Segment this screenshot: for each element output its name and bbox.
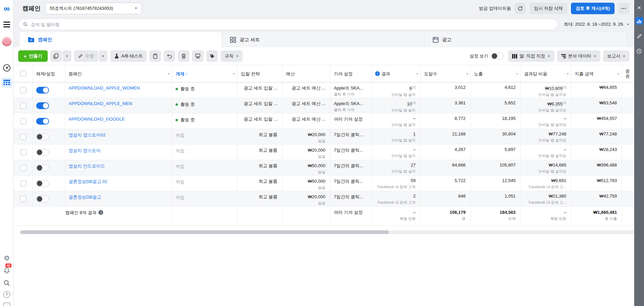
refresh-button[interactable] bbox=[514, 3, 526, 14]
publish-button[interactable]: 검토 후 게시(4개) bbox=[571, 3, 615, 14]
campaign-link[interactable]: APPDOWNLOAD_APPLE_MEN bbox=[69, 101, 169, 106]
duplicate-caret-button[interactable]: ▼ bbox=[63, 50, 71, 62]
delivery-status-text: 꺼짐 bbox=[176, 195, 184, 200]
campaign-toggle[interactable] bbox=[36, 196, 49, 202]
tag-button[interactable] bbox=[206, 50, 218, 62]
rules-button[interactable]: 규칙 ▼ bbox=[221, 50, 243, 62]
tab-campaigns[interactable]: 캠페인 bbox=[20, 32, 222, 47]
campaigns-table-icon[interactable] bbox=[0, 77, 14, 88]
row-checkbox[interactable] bbox=[20, 180, 26, 186]
view-settings-toggle[interactable] bbox=[491, 53, 504, 59]
row-checkbox[interactable] bbox=[20, 134, 26, 140]
column-header[interactable]: 예산 bbox=[282, 65, 330, 82]
campaign-toggle[interactable] bbox=[36, 180, 49, 187]
column-header[interactable]: 노출▼ bbox=[471, 65, 521, 82]
meta-logo-icon[interactable]: ∞ bbox=[0, 3, 14, 14]
column-header[interactable]: 지출 금액▼ bbox=[571, 65, 622, 82]
column-header[interactable]: 기여 설정 bbox=[330, 65, 372, 82]
settings-gear-icon[interactable]: ⚙ bbox=[0, 253, 14, 263]
row-checkbox[interactable] bbox=[20, 118, 26, 124]
history-clock-icon[interactable] bbox=[634, 47, 644, 55]
campaign-link[interactable]: 결혼정보DB광고 bbox=[69, 194, 169, 200]
row-checkbox[interactable] bbox=[20, 165, 26, 171]
ab-test-button[interactable]: A/B 테스트 bbox=[110, 50, 147, 62]
right-sidebar: ✕ bbox=[634, 0, 644, 306]
row-checkbox[interactable] bbox=[20, 196, 26, 202]
results-value[interactable]: 1 bbox=[413, 131, 415, 137]
results-value[interactable]: 6 bbox=[409, 86, 412, 91]
column-header[interactable]: 결과당 비용▼ bbox=[521, 65, 571, 82]
impressions-value: 1,051 bbox=[505, 194, 516, 199]
breakdown-button[interactable]: 분석 데이터 ▼ bbox=[557, 50, 601, 62]
cost-per-result-value[interactable]: ₩8,355 bbox=[547, 101, 562, 107]
column-header[interactable]: 입찰 전략 bbox=[237, 65, 282, 82]
reports-button[interactable]: 보고서 ▼ bbox=[603, 50, 629, 62]
campaign-link[interactable]: 결혼정보DB광고 02 bbox=[69, 179, 169, 185]
row-checkbox[interactable] bbox=[20, 103, 26, 109]
campaign-link[interactable]: 앱설치 안드로이드 bbox=[69, 163, 169, 169]
campaign-toggle[interactable] bbox=[36, 118, 49, 125]
results-value[interactable]: 27 bbox=[411, 162, 415, 168]
budget-cell: 광고 세트 예산 ... bbox=[282, 113, 330, 129]
campaign-link[interactable]: APPDOWNLOAD_APPLE_WOMEN bbox=[69, 85, 169, 91]
campaign-link[interactable]: APPDOWNLOAD_GOOGLE bbox=[69, 117, 169, 122]
column-header[interactable]: 종료 bbox=[622, 65, 634, 82]
sidebar-search-icon[interactable] bbox=[0, 278, 14, 288]
horizontal-scrollbar[interactable] bbox=[20, 230, 634, 234]
widgets-icon[interactable] bbox=[0, 302, 14, 306]
edit-pencil-icon[interactable] bbox=[634, 32, 644, 40]
campaign-link[interactable]: 앱설치 앱스토어02 bbox=[69, 132, 169, 138]
campaign-toggle[interactable] bbox=[36, 149, 49, 156]
campaign-toggle[interactable] bbox=[36, 164, 49, 171]
delete-button[interactable] bbox=[178, 50, 189, 62]
duplicate-button[interactable] bbox=[50, 50, 62, 62]
column-header-label: 게재 ↑ bbox=[176, 71, 188, 76]
close-icon[interactable]: ✕ bbox=[634, 4, 644, 11]
export-button[interactable] bbox=[192, 50, 204, 62]
date-range-selector[interactable]: 최대: 2022. 8. 18.~2022. 9. 29. ▼ bbox=[564, 21, 629, 27]
impressions-value: 30,804 bbox=[502, 131, 516, 136]
row-checkbox[interactable] bbox=[20, 87, 26, 93]
columns-button[interactable]: 열: 직접 지정 ▼ bbox=[508, 50, 554, 62]
tag-icon bbox=[210, 54, 215, 59]
cost-per-result-value: – bbox=[564, 147, 566, 152]
delivery-cell: 활동 중 bbox=[172, 82, 237, 98]
campaign-toggle[interactable] bbox=[36, 133, 49, 140]
account-selector[interactable]: 55조엑시트 (761674578243053) ▼ bbox=[45, 3, 142, 14]
charts-icon[interactable] bbox=[634, 17, 644, 25]
cost-per-result-value[interactable]: ₩10,809 bbox=[545, 86, 562, 91]
cost-per-result-sub: Facebook 내 잠재 고... bbox=[524, 200, 566, 205]
ads-manager-gauge-icon[interactable] bbox=[0, 63, 14, 73]
cost-per-result: ₩14,685모바일 앱 설치당 bbox=[521, 160, 571, 175]
column-header[interactable]: 게재 ↑▼ bbox=[172, 65, 237, 82]
menu-icon[interactable] bbox=[0, 20, 14, 28]
help-icon[interactable]: ? bbox=[0, 290, 14, 299]
notifications-bell-icon[interactable]: 42 bbox=[0, 265, 14, 276]
profile-avatar[interactable] bbox=[0, 36, 14, 47]
tab-ad-sets[interactable]: 광고 세트 bbox=[222, 32, 424, 47]
column-header[interactable]: 캠페인▼ bbox=[65, 65, 172, 82]
column-header[interactable]: 도달수▼ bbox=[421, 65, 471, 82]
tab-ads[interactable]: 광고 bbox=[424, 32, 627, 47]
select-all-checkbox[interactable] bbox=[20, 71, 26, 77]
search-bar[interactable] bbox=[18, 19, 558, 30]
create-button[interactable]: + 만들기 bbox=[18, 50, 48, 62]
row-checkbox[interactable] bbox=[20, 149, 26, 155]
campaign-toggle[interactable] bbox=[36, 87, 49, 94]
end-date-cell bbox=[622, 82, 634, 98]
results-value[interactable]: 10 bbox=[407, 101, 412, 107]
delivery-cell: 꺼짐 bbox=[172, 145, 237, 160]
clipboard-button[interactable] bbox=[150, 50, 161, 62]
undo-button[interactable] bbox=[164, 50, 175, 62]
results-sub: Facebook 내 잠재 고객 bbox=[375, 184, 416, 189]
edit-caret-button[interactable]: ▼ bbox=[99, 50, 108, 62]
campaign-toggle[interactable] bbox=[36, 102, 49, 109]
discard-draft-button[interactable]: 임시 저장 삭제 bbox=[529, 3, 568, 14]
more-options-button[interactable]: ⋯ bbox=[618, 3, 629, 14]
column-header[interactable]: i결과▼ bbox=[372, 65, 421, 82]
column-header[interactable]: 해제/설정 bbox=[33, 65, 65, 82]
scrollbar-thumb[interactable] bbox=[20, 230, 389, 234]
edit-button[interactable]: 수정 bbox=[74, 50, 98, 62]
campaign-link[interactable]: 앱설치 앱스토어 bbox=[69, 148, 169, 154]
search-input[interactable] bbox=[31, 22, 553, 27]
